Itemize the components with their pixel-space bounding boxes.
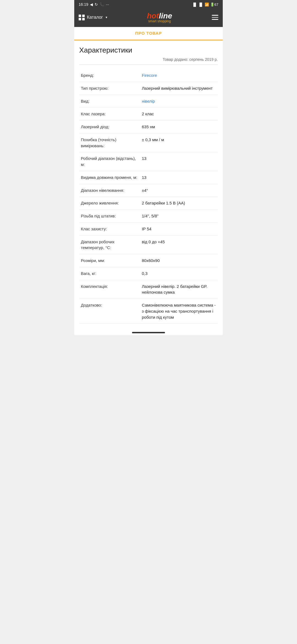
spec-row: Різьба під штатив:1/4", 5/8" bbox=[79, 210, 218, 223]
navbar: Каталог ▾ hotline smart shopping bbox=[74, 9, 223, 27]
spec-row: Лазерний діод:635 нм bbox=[79, 121, 218, 133]
spec-value: 13 bbox=[140, 171, 218, 184]
spec-row: Розміри, мм:80x60x90 bbox=[79, 254, 218, 267]
spec-value: від 0 до +45 bbox=[140, 235, 218, 254]
spec-value: 2 батарейки 1.5 В (АА) bbox=[140, 197, 218, 210]
tab-about-product[interactable]: ПРО ТОВАР bbox=[135, 31, 162, 36]
spec-row: Джерело живлення:2 батарейки 1.5 В (АА) bbox=[79, 197, 218, 210]
spec-label: Бренд: bbox=[79, 69, 140, 82]
spec-value[interactable]: Firecore bbox=[140, 69, 218, 82]
home-indicator bbox=[132, 332, 165, 333]
spec-label: Вага, кг: bbox=[79, 267, 140, 280]
logo-hot: hot bbox=[147, 12, 159, 20]
spec-label: Клас захисту: bbox=[79, 222, 140, 235]
spec-label: Похибка (точність) вимірювань: bbox=[79, 133, 140, 152]
spec-row: Тип пристрою:Лазерний вимірювальний інст… bbox=[79, 82, 218, 95]
spec-label: Видима довжина променя, м: bbox=[79, 171, 140, 184]
spec-row: Клас захисту:IP 54 bbox=[79, 222, 218, 235]
spec-row: Робочий діапазон (відстань), м:13 bbox=[79, 152, 218, 171]
status-right: ▐▌ ▐▌ 📶 🔋67 bbox=[192, 2, 218, 7]
nav-catalog[interactable]: Каталог ▾ bbox=[79, 15, 107, 20]
spec-label: Комплектація: bbox=[79, 280, 140, 299]
spec-row: Бренд:Firecore bbox=[79, 69, 218, 82]
spec-row: Вид:нівелір bbox=[79, 95, 218, 108]
signal-icon1: ▐▌ bbox=[192, 2, 197, 7]
spec-value: Лазерний нівелір. 2 батарейки GP. нейлон… bbox=[140, 280, 218, 299]
bottom-bar bbox=[74, 329, 223, 335]
location-icon: ◀ bbox=[90, 2, 93, 7]
spec-value: Лазерний вимірювальний інструмент bbox=[140, 82, 218, 95]
spec-table: Бренд:FirecoreТип пристрою:Лазерний вимі… bbox=[79, 69, 218, 324]
spec-value: 1/4", 5/8" bbox=[140, 210, 218, 223]
spec-row: Видима довжина променя, м:13 bbox=[79, 171, 218, 184]
spec-label: Різьба під штатив: bbox=[79, 210, 140, 223]
tab-bar[interactable]: ПРО ТОВАР bbox=[74, 27, 223, 40]
spec-row: Додатково:Самонівелююча маятникова систе… bbox=[79, 299, 218, 324]
spec-value: 13 bbox=[140, 152, 218, 171]
spec-label: Лазерний діод: bbox=[79, 121, 140, 133]
catalog-grid-icon bbox=[79, 15, 85, 20]
spec-label: Діапазон нівелювання: bbox=[79, 184, 140, 197]
spec-row: Діапазон нівелювання:±4° bbox=[79, 184, 218, 197]
catalog-label: Каталог bbox=[87, 15, 103, 20]
spec-row: Вага, кг:0,3 bbox=[79, 267, 218, 280]
spec-value: IP 54 bbox=[140, 222, 218, 235]
spec-label: Тип пристрою: bbox=[79, 82, 140, 95]
added-date: Товар додано: серпень 2019 р. bbox=[79, 57, 218, 65]
hamburger-menu-button[interactable] bbox=[212, 15, 218, 20]
spec-value: Самонівелююча маятникова система - з фік… bbox=[140, 299, 218, 324]
spec-value: 0,3 bbox=[140, 267, 218, 280]
spec-label: Вид: bbox=[79, 95, 140, 108]
viber-icon: 📞 bbox=[100, 2, 104, 7]
wifi-icon: 📶 bbox=[205, 2, 209, 7]
spec-value: 2 клас bbox=[140, 108, 218, 121]
menu-line-1 bbox=[212, 15, 218, 16]
spec-value: 80x60x90 bbox=[140, 254, 218, 267]
spec-label: Додатково: bbox=[79, 299, 140, 324]
menu-line-3 bbox=[212, 19, 218, 20]
spec-value[interactable]: нівелір bbox=[140, 95, 218, 108]
spec-row: Похибка (точність) вимірювань:± 0,3 мм /… bbox=[79, 133, 218, 152]
content-area: Характеристики Товар додано: серпень 201… bbox=[74, 40, 223, 329]
spec-row: Комплектація:Лазерний нівелір. 2 батарей… bbox=[79, 280, 218, 299]
spec-value: ± 0,3 мм / м bbox=[140, 133, 218, 152]
spec-label: Діапазон робочих температур, °С: bbox=[79, 235, 140, 254]
catalog-chevron-icon: ▾ bbox=[106, 15, 107, 19]
logo-tagline: smart shopping bbox=[147, 19, 172, 23]
section-title: Характеристики bbox=[79, 46, 218, 54]
spec-value: 635 нм bbox=[140, 121, 218, 133]
menu-line-2 bbox=[212, 17, 218, 18]
more-icon: ··· bbox=[106, 2, 109, 7]
status-left: 16:19 ◀ ↻ 📞 ··· bbox=[79, 2, 109, 7]
signal-icon2: ▐▌ bbox=[198, 2, 203, 7]
spec-row: Клас лазера:2 клас bbox=[79, 108, 218, 121]
time: 16:19 bbox=[79, 2, 88, 7]
sync-icon: ↻ bbox=[95, 2, 98, 7]
spec-label: Джерело живлення: bbox=[79, 197, 140, 210]
spec-label: Розміри, мм: bbox=[79, 254, 140, 267]
battery-icon: 🔋67 bbox=[210, 2, 218, 7]
logo[interactable]: hotline smart shopping bbox=[147, 12, 172, 23]
status-bar: 16:19 ◀ ↻ 📞 ··· ▐▌ ▐▌ 📶 🔋67 bbox=[74, 0, 223, 9]
spec-label: Клас лазера: bbox=[79, 108, 140, 121]
spec-value: ±4° bbox=[140, 184, 218, 197]
spec-label: Робочий діапазон (відстань), м: bbox=[79, 152, 140, 171]
spec-row: Діапазон робочих температур, °С:від 0 до… bbox=[79, 235, 218, 254]
logo-line: line bbox=[159, 12, 172, 20]
